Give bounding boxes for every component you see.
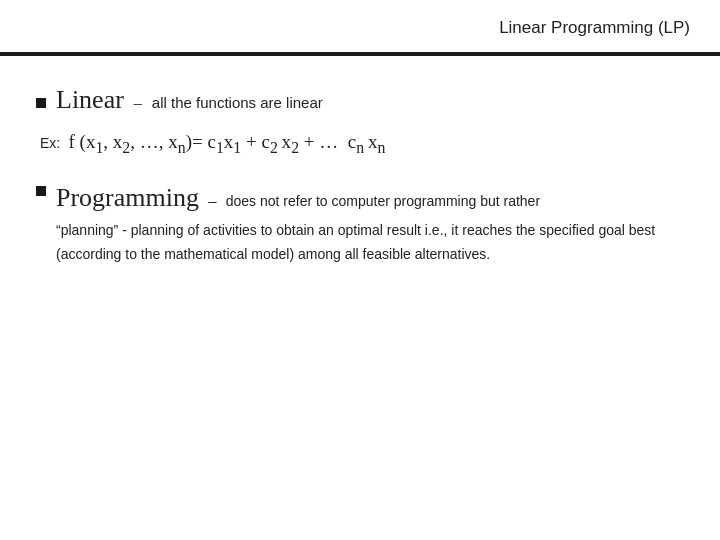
slide-title: Linear Programming (LP) xyxy=(499,18,690,38)
bullet-square-2 xyxy=(36,186,46,196)
dash-2: – xyxy=(208,192,216,209)
formula-text: f (x1, x2, …, xn)= c1x1 + c2 x2 + … cn x… xyxy=(68,131,385,152)
separator-line xyxy=(0,52,720,56)
slide-container: Linear Programming (LP) Linear – all the… xyxy=(0,0,720,540)
content-area: Linear – all the functions are linear Ex… xyxy=(36,68,684,520)
ex-label: Ex: xyxy=(40,135,60,151)
dash-1: – xyxy=(134,94,142,111)
programming-desc-body: “planning” - planning of activities to o… xyxy=(56,222,655,262)
bullet-square-1 xyxy=(36,98,46,108)
bullet-text-linear: Linear – all the functions are linear xyxy=(56,82,323,118)
word-linear: Linear xyxy=(56,85,124,114)
bullet-section-programming: Programming – does not refer to computer… xyxy=(36,178,684,266)
linear-subtitle: all the functions are linear xyxy=(152,94,323,111)
example-formula-line: Ex: f (x1, x2, …, xn)= c1x1 + c2 x2 + … … xyxy=(40,128,684,160)
word-programming: Programming xyxy=(56,183,199,212)
bullet-text-programming: Programming – does not refer to computer… xyxy=(56,178,684,266)
bullet-section-linear: Linear – all the functions are linear xyxy=(36,82,684,118)
programming-desc-inline: does not refer to computer programming b… xyxy=(226,193,540,209)
